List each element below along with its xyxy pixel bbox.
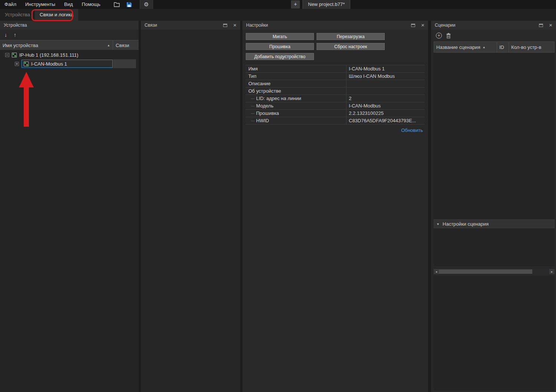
tree-row-i-can-modbus[interactable]: + I-CAN-Modbus 1	[0, 59, 139, 68]
devices-panel: Устройства ↓ ↑ Имя устройства ▲ Связи − …	[0, 21, 139, 392]
column-header-id-label: ID	[499, 44, 504, 50]
links-cell[interactable]	[113, 50, 136, 59]
menu-view[interactable]: Вид	[60, 0, 77, 9]
section-scenario-settings[interactable]: ▾ Настройки сценария	[434, 219, 555, 228]
scrollbar-thumb[interactable]	[439, 269, 532, 274]
tree-item-label: IP-Hub 1 (192.168.151.111)	[19, 52, 78, 58]
settings-gear-icon[interactable]: ⚙	[140, 0, 153, 9]
device-property-grid: Имя I-CAN-Modbus 1 Тип Шлюз I-CAN Modbus…	[246, 65, 424, 124]
device-action-buttons: Мигать Перезагрузка Прошивка Сброс настр…	[242, 30, 428, 60]
property-label: LID: адрес на линии	[246, 95, 347, 102]
menu-tools[interactable]: Инструменты	[21, 0, 60, 9]
view-tabs: Устройства Связи и логика	[0, 9, 556, 21]
new-project-tab-button[interactable]: +	[291, 0, 300, 9]
horizontal-scrollbar[interactable]: ◄ ►	[434, 269, 555, 274]
links-panel: Связи ×	[141, 21, 240, 392]
property-row-model: Модель I-CAN-Modbus	[246, 102, 424, 110]
blink-button[interactable]: Мигать	[246, 33, 314, 40]
property-row-about-device: Об устройстве	[246, 87, 424, 95]
column-header-links[interactable]: Связи	[113, 40, 139, 50]
scenarios-panel: Сценарии × + Название сценария ▲ ID Кол-…	[431, 21, 556, 392]
property-row-hwid: HWID C83D76A5DFA9F20443793E...	[246, 117, 424, 124]
links-cell-selected[interactable]	[113, 59, 136, 68]
add-scenario-icon[interactable]: +	[436, 33, 442, 39]
property-row-name: Имя I-CAN-Modbus 1	[246, 65, 424, 73]
property-row-description: Описание	[246, 80, 424, 87]
add-subdevice-button[interactable]: Добавить подустройство	[246, 53, 314, 60]
save-icon[interactable]	[124, 0, 135, 9]
property-value: 2.2.1323100225	[347, 110, 424, 117]
column-header-links-label: Связи	[116, 43, 129, 48]
move-up-icon[interactable]: ↑	[14, 32, 16, 38]
close-icon[interactable]: ×	[421, 23, 424, 28]
property-row-type: Тип Шлюз I-CAN Modbus	[246, 73, 424, 80]
property-label: Описание	[246, 80, 347, 87]
devices-panel-header: Устройства	[0, 21, 139, 30]
project-tab[interactable]: New project.b77*	[302, 0, 350, 9]
column-header-scenario-name[interactable]: Название сценария ▲	[434, 42, 497, 52]
collapse-expander-icon[interactable]: −	[5, 53, 9, 57]
settings-panel-header: Настройки ×	[242, 21, 428, 30]
scenarios-table-header: Название сценария ▲ ID Кол-во устр-в	[434, 41, 555, 53]
selected-tree-item[interactable]: I-CAN-Modbus 1	[21, 60, 113, 68]
panel-splitter[interactable]	[428, 21, 431, 392]
devices-table-header: Имя устройства ▲ Связи	[0, 40, 139, 50]
scroll-left-icon[interactable]: ◄	[434, 269, 439, 274]
property-row-firmware: Прошивка 2.2.1323100225	[246, 110, 424, 117]
reboot-button[interactable]: Перезагрузка	[317, 33, 385, 40]
close-icon[interactable]: ×	[549, 23, 552, 28]
links-panel-title: Связи	[145, 23, 223, 28]
update-link[interactable]: Обновить	[401, 127, 423, 133]
expand-expander-icon[interactable]: +	[15, 62, 19, 66]
property-value[interactable]: I-CAN-Modbus 1	[347, 65, 424, 72]
float-panel-icon[interactable]	[411, 24, 415, 27]
devices-tree: − IP-Hub 1 (192.168.151.111) +	[0, 50, 139, 392]
property-value	[347, 87, 424, 94]
reset-settings-button[interactable]: Сброс настроек	[317, 43, 385, 50]
float-panel-icon[interactable]	[223, 24, 227, 27]
menu-help[interactable]: Помощь	[77, 0, 105, 9]
open-folder-icon[interactable]	[112, 0, 122, 9]
section-scenario-settings-label: Настройки сценария	[443, 221, 489, 227]
device-icon	[12, 53, 17, 57]
column-header-device-name[interactable]: Имя устройства ▲	[0, 40, 113, 50]
column-header-scenario-name-label: Название сценария	[436, 44, 480, 50]
property-label: Модель	[246, 102, 347, 109]
tree-item-label: I-CAN-Modbus 1	[31, 61, 67, 67]
delete-scenario-trash-icon[interactable]	[446, 33, 451, 39]
property-value: C83D76A5DFA9F20443793E...	[347, 117, 424, 124]
device-icon	[24, 62, 29, 66]
column-header-device-count-label: Кол-во устр-в	[511, 44, 541, 50]
devices-in-scenario-content	[434, 276, 555, 391]
float-panel-icon[interactable]	[539, 24, 543, 27]
property-label: HWID	[246, 117, 347, 124]
scenarios-panel-header: Сценарии ×	[431, 21, 556, 30]
links-panel-header: Связи ×	[141, 21, 240, 30]
devices-panel-title: Устройства	[4, 23, 135, 28]
property-row-lid: LID: адрес на линии 2	[246, 95, 424, 102]
settings-panel: Настройки × Мигать Перезагрузка Прошивка…	[242, 21, 428, 392]
column-header-id[interactable]: ID	[497, 42, 509, 52]
scenarios-panel-title: Сценарии	[435, 23, 539, 28]
chevron-down-icon: ▾	[437, 222, 439, 226]
close-icon[interactable]: ×	[233, 23, 236, 28]
property-label: Об устройстве	[246, 87, 347, 94]
tree-row-ip-hub[interactable]: − IP-Hub 1 (192.168.151.111)	[0, 50, 139, 59]
property-value[interactable]	[347, 80, 424, 87]
tab-devices[interactable]: Устройства	[0, 9, 35, 21]
devices-toolbar: ↓ ↑	[0, 30, 139, 40]
move-down-icon[interactable]: ↓	[4, 32, 7, 38]
sort-ascending-icon: ▲	[107, 44, 110, 47]
scroll-right-icon[interactable]: ►	[549, 269, 555, 274]
column-header-device-count[interactable]: Кол-во устр-в	[509, 42, 554, 52]
property-value[interactable]: Шлюз I-CAN Modbus	[347, 73, 424, 80]
update-row: Обновить	[242, 124, 428, 133]
column-header-device-name-label: Имя устройства	[3, 43, 38, 48]
menu-file[interactable]: Файл	[0, 0, 21, 9]
property-value[interactable]: 2	[347, 95, 424, 102]
property-value: I-CAN-Modbus	[347, 102, 424, 109]
menubar: Файл Инструменты Вид Помощь ⚙ + New proj…	[0, 0, 556, 9]
firmware-button[interactable]: Прошивка	[246, 43, 314, 50]
tab-links-logic[interactable]: Связи и логика	[35, 9, 78, 21]
property-label: Тип	[246, 73, 347, 80]
